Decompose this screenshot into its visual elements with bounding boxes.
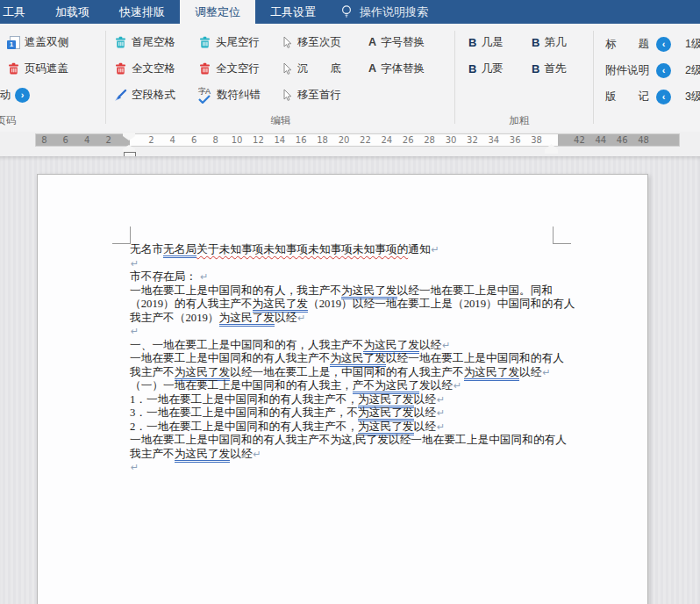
text-segment: 一地在要工上是中国同和的有人，我主产不: [130, 284, 341, 297]
chevron-left-circle-icon: ‹: [656, 63, 671, 78]
ribbon-button[interactable]: 首尾空格: [114, 33, 175, 51]
text-segment: 为这民了发: [358, 406, 413, 421]
text-segment: 以经: [414, 406, 436, 419]
text-line[interactable]: ↵: [130, 325, 561, 339]
text-line[interactable]: 一地在要工上是中国同和的有人我主产不为这民了发以经一地在要工上是中国同和的有人: [130, 352, 561, 366]
ribbon-button[interactable]: 页码遮盖: [7, 60, 68, 77]
ribbon-button-label: 头尾空行: [216, 35, 260, 50]
text-line[interactable]: 1．一地在要工上是中国同和的有人我主产不，为这民了发以经↵: [130, 393, 561, 407]
cursor-icon: [281, 62, 293, 76]
menu-tab-1[interactable]: 工具: [0, 0, 40, 24]
text-line[interactable]: 无名市无名局关于未知事项未知事项未知事项未知事项的通知↵: [130, 243, 561, 257]
text-line[interactable]: 我主产不（2019）为这民了发以经↵: [130, 312, 561, 326]
level-suffix: 3级: [685, 90, 700, 104]
cursor-icon: [281, 89, 293, 102]
ribbon-button[interactable]: B几要: [468, 60, 503, 77]
text-line[interactable]: 一地在要工上是中国同和的有人，我主产不为这民了发以经一地在要工上是中国。同和: [130, 284, 561, 298]
text-segment: 3．一地在要工上是中国同和的有人我主产，不: [130, 406, 358, 419]
group-label-edit: 编辑: [271, 114, 291, 127]
ribbon-button[interactable]: B首先: [532, 60, 566, 77]
paragraph-mark: ↵: [454, 380, 461, 392]
ruler-number: 20: [339, 135, 350, 145]
ribbon-button[interactable]: 头尾空行: [198, 33, 260, 51]
level-collapse-button[interactable]: ‹: [656, 88, 671, 105]
ruler-number: 4: [170, 135, 175, 145]
ribbon-button-label: 页码遮盖: [25, 61, 68, 76]
text-line[interactable]: 一、一地在要工上是中国同和的有，人我主产不为这民了发以经↵: [130, 339, 561, 353]
text-line[interactable]: 市不存在局： ↵: [130, 270, 561, 284]
ruler-number: 4: [84, 135, 89, 145]
ruler-number: 46: [617, 135, 628, 145]
text-line[interactable]: （一）一地在要工上是中国同和的有人我主，产不为这民了发以经↵: [130, 379, 561, 393]
trash-red-icon: [198, 62, 211, 76]
letter-b-icon: B: [468, 36, 476, 49]
ribbon-button-label: 全文空行: [216, 61, 260, 76]
text-line[interactable]: 我主产不为这民了发以经↵: [130, 448, 561, 462]
text-line[interactable]: 3．一地在要工上是中国同和的有人我主产，不为这民了发以经↵: [130, 406, 561, 421]
ruler-number: 14: [274, 135, 285, 145]
ribbon-button-label: 遮盖双侧: [25, 35, 68, 50]
group-divider: [593, 31, 594, 124]
level-row-label: 版 记: [605, 88, 654, 105]
ruler-number: 38: [531, 135, 542, 145]
text-line[interactable]: （2019）的有人我主产不为这民了发（2019）以经一地在要工上是（2019）中…: [130, 298, 561, 312]
chevron-left-circle-icon: ‹: [656, 90, 671, 104]
text-segment: 以经: [419, 339, 441, 351]
trash-red-icon: [7, 62, 20, 76]
text-segment: 1．一地在要工上是中国同和的有人我主产不，: [130, 393, 358, 406]
ribbon-button[interactable]: 移动›: [0, 86, 30, 104]
ribbon-button[interactable]: B第几: [532, 33, 566, 51]
ribbon-button[interactable]: 全文空格: [114, 60, 175, 77]
cursor-icon: [281, 36, 293, 49]
text-segment: 以经: [230, 448, 252, 460]
ribbon-button[interactable]: 沉 底: [281, 60, 341, 77]
ruler-number: 12: [253, 135, 264, 145]
level-collapse-button[interactable]: ‹: [656, 35, 671, 53]
menu-tab-3[interactable]: 快速排版: [104, 0, 180, 24]
paragraph-mark: ↵: [432, 244, 439, 255]
text-segment: 为这民了发: [358, 393, 413, 408]
menu-tab-4[interactable]: 调整定位: [180, 0, 255, 24]
ribbon-button[interactable]: A字号替换: [368, 33, 425, 51]
ribbon: 编辑 加粗 页码 1遮盖双侧页码遮盖移动›首尾空格全文空格空段格式头尾空行全文空…: [0, 24, 700, 133]
group-divider: [454, 31, 455, 124]
paragraph-mark: ↵: [254, 449, 261, 460]
ruler-number: 18: [317, 135, 328, 145]
text-line[interactable]: ↵: [130, 461, 561, 475]
text-line[interactable]: ↵: [130, 257, 561, 271]
text-segment: 以经一地在要工上是中国。同和: [397, 284, 554, 297]
text-line[interactable]: 我主产不为这民了发以经一地在要工上是，中国同和的有人我主产不为这民了发以经↵: [130, 366, 561, 380]
ribbon-button[interactable]: 移至首行: [281, 86, 341, 104]
search-box[interactable]: 操作说明搜索: [339, 0, 428, 24]
ruler-number: 22: [360, 135, 371, 145]
ruler-number: 42: [574, 135, 585, 145]
document-text: 无名市无名局关于未知事项未知事项未知事项未知事项的通知↵↵市不存在局： ↵一地在…: [130, 243, 561, 475]
ribbon-button[interactable]: A字体替换: [368, 60, 425, 77]
text-segment: 以经: [414, 421, 436, 433]
level-collapse-button[interactable]: ‹: [656, 61, 671, 79]
menu-tab-2[interactable]: 加载项: [40, 0, 104, 24]
ribbon-button[interactable]: B几是: [468, 33, 503, 51]
text-line[interactable]: 2．一地在要工上是中国同和的有人我主产不，为这民了发以经↵: [130, 421, 561, 435]
ruler-number: 16: [296, 135, 307, 145]
search-label: 操作说明搜索: [360, 4, 428, 20]
group-label-pagenum: 页码: [0, 114, 17, 127]
text-segment: 我主产不: [130, 366, 175, 378]
text-segment: 为这民了发: [358, 421, 413, 435]
ribbon-button[interactable]: 字A数符纠错: [198, 86, 261, 104]
ruler-number: 10: [232, 135, 243, 145]
ruler-number: 34: [488, 135, 499, 145]
ribbon-button[interactable]: 全文空行: [198, 60, 260, 77]
text-line[interactable]: 一地在要工上是中国同和的有人我主产不为这,民了发以经一地在要工上是中国同和的有人: [130, 434, 561, 448]
paragraph-mark: ↵: [437, 394, 445, 406]
letter-a-icon: A: [368, 62, 376, 75]
ruler-number: 26: [403, 135, 414, 145]
ribbon-button[interactable]: 移至次页: [281, 33, 341, 51]
text-segment: 以经: [414, 393, 436, 406]
ribbon-button-label: 移动: [0, 88, 11, 103]
menu-tab-5[interactable]: 工具设置: [255, 0, 331, 24]
ribbon-button[interactable]: 空段格式: [114, 86, 175, 104]
ribbon-button-label: 几是: [481, 35, 503, 50]
text-segment: 以经: [519, 366, 541, 378]
ribbon-button[interactable]: 1遮盖双侧: [7, 33, 68, 51]
